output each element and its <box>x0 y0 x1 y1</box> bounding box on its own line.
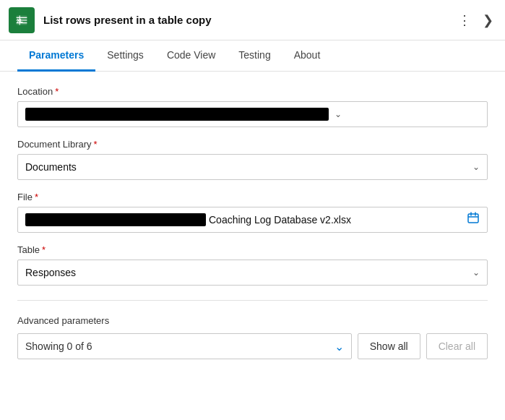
window-title: List rows present in a table copy <box>43 14 455 26</box>
close-button[interactable]: ❯ <box>480 9 496 31</box>
file-field-group: File * Coaching Log Database v2.xlsx <box>17 192 488 233</box>
tab-settings[interactable]: Settings <box>95 40 155 72</box>
top-bar: XL List rows present in a table copy ⋮ ❯ <box>0 0 505 40</box>
tab-about[interactable]: About <box>282 40 332 72</box>
document-library-required: * <box>94 139 98 150</box>
app-icon: XL <box>9 7 35 33</box>
location-field-group: Location * ⌄ <box>17 86 488 127</box>
advanced-parameters-label: Advanced parameters <box>17 315 488 326</box>
show-all-button[interactable]: Show all <box>358 333 420 359</box>
tab-parameters[interactable]: Parameters <box>17 40 95 72</box>
document-library-field-group: Document Library * Documents ⌄ <box>17 139 488 180</box>
top-actions: ⋮ ❯ <box>455 9 496 31</box>
tab-codeview[interactable]: Code View <box>155 40 227 72</box>
file-picker-icon <box>467 212 480 228</box>
close-icon: ❯ <box>483 12 493 28</box>
table-field-group: Table * Responses ⌄ <box>17 244 488 286</box>
svg-text:XL: XL <box>17 17 23 22</box>
table-required: * <box>42 244 46 255</box>
file-required: * <box>35 192 38 202</box>
tabs-bar: Parameters Settings Code View Testing Ab… <box>0 40 505 72</box>
table-value: Responses <box>25 267 467 278</box>
section-divider <box>17 300 488 301</box>
table-chevron-down-icon: ⌄ <box>472 267 480 278</box>
table-label: Table * <box>17 244 488 255</box>
showing-value: Showing 0 of 6 <box>25 340 334 352</box>
showing-dropdown[interactable]: Showing 0 of 6 ⌄ <box>17 333 352 359</box>
table-dropdown[interactable]: Responses ⌄ <box>17 260 488 286</box>
main-content: Location * ⌄ Document Library * Document… <box>0 72 505 419</box>
location-required: * <box>55 86 59 97</box>
document-library-chevron-down-icon: ⌄ <box>472 162 480 172</box>
location-dropdown[interactable]: ⌄ <box>17 101 488 127</box>
more-options-button[interactable]: ⋮ <box>455 9 474 31</box>
clear-all-button[interactable]: Clear all <box>426 333 488 359</box>
advanced-controls: Showing 0 of 6 ⌄ Show all Clear all <box>17 333 488 359</box>
location-label: Location * <box>17 86 488 97</box>
more-icon: ⋮ <box>458 12 471 28</box>
file-value: Coaching Log Database v2.xlsx <box>209 214 461 226</box>
file-label: File * <box>17 192 488 202</box>
file-input[interactable]: Coaching Log Database v2.xlsx <box>17 207 488 233</box>
showing-chevron-down-icon: ⌄ <box>334 340 344 353</box>
document-library-label: Document Library * <box>17 139 488 150</box>
svg-rect-3 <box>468 214 478 223</box>
file-value-redacted <box>25 213 206 226</box>
tab-testing[interactable]: Testing <box>227 40 282 72</box>
location-value-redacted <box>25 108 329 121</box>
advanced-parameters-section: Advanced parameters Showing 0 of 6 ⌄ Sho… <box>17 315 488 359</box>
location-chevron-down-icon: ⌄ <box>334 109 342 119</box>
document-library-value: Documents <box>25 161 467 173</box>
document-library-dropdown[interactable]: Documents ⌄ <box>17 154 488 180</box>
